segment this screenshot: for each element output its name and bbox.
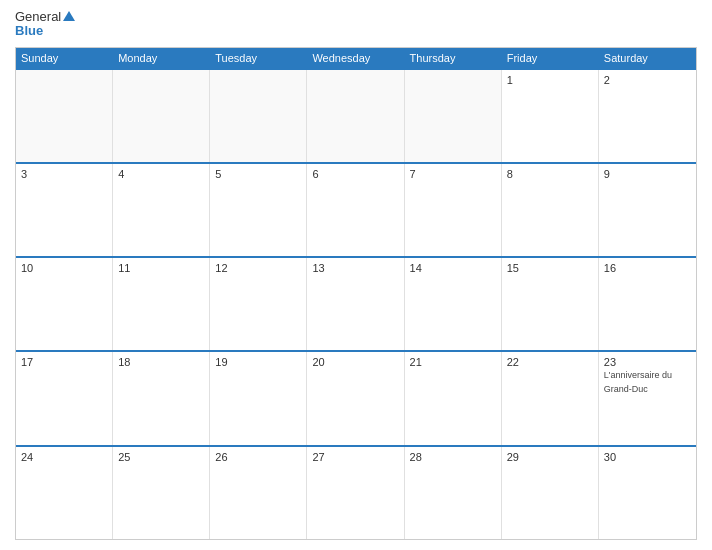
calendar-cell: 21 — [405, 352, 502, 444]
day-number: 20 — [312, 356, 398, 368]
calendar-cell: 12 — [210, 258, 307, 350]
page-header: General Blue — [15, 10, 697, 39]
calendar-cell: 23L'anniversaire du Grand-Duc — [599, 352, 696, 444]
day-number: 19 — [215, 356, 301, 368]
day-number: 29 — [507, 451, 593, 463]
calendar-cell: 16 — [599, 258, 696, 350]
day-number: 12 — [215, 262, 301, 274]
day-header-thursday: Thursday — [405, 48, 502, 68]
day-number: 11 — [118, 262, 204, 274]
day-number: 6 — [312, 168, 398, 180]
day-number: 1 — [507, 74, 593, 86]
calendar-week-2: 3456789 — [16, 162, 696, 256]
day-number: 30 — [604, 451, 691, 463]
day-number: 9 — [604, 168, 691, 180]
calendar-body: 1234567891011121314151617181920212223L'a… — [16, 68, 696, 539]
calendar-cell — [405, 70, 502, 162]
day-number: 18 — [118, 356, 204, 368]
calendar-cell: 30 — [599, 447, 696, 539]
calendar-cell: 9 — [599, 164, 696, 256]
calendar-cell — [16, 70, 113, 162]
day-number: 3 — [21, 168, 107, 180]
calendar-cell: 18 — [113, 352, 210, 444]
calendar-header-row: SundayMondayTuesdayWednesdayThursdayFrid… — [16, 48, 696, 68]
day-number: 10 — [21, 262, 107, 274]
day-number: 14 — [410, 262, 496, 274]
calendar-page: General Blue SundayMondayTuesdayWednesda… — [0, 0, 712, 550]
calendar-grid: SundayMondayTuesdayWednesdayThursdayFrid… — [15, 47, 697, 540]
day-header-tuesday: Tuesday — [210, 48, 307, 68]
day-number: 16 — [604, 262, 691, 274]
calendar-cell: 22 — [502, 352, 599, 444]
day-number: 21 — [410, 356, 496, 368]
calendar-week-3: 10111213141516 — [16, 256, 696, 350]
calendar-cell: 6 — [307, 164, 404, 256]
day-number: 26 — [215, 451, 301, 463]
calendar-cell: 15 — [502, 258, 599, 350]
calendar-cell — [210, 70, 307, 162]
calendar-cell: 26 — [210, 447, 307, 539]
logo-general-text: General — [15, 10, 75, 24]
calendar-cell: 20 — [307, 352, 404, 444]
day-number: 5 — [215, 168, 301, 180]
day-number: 28 — [410, 451, 496, 463]
day-number: 7 — [410, 168, 496, 180]
calendar-week-1: 12 — [16, 68, 696, 162]
calendar-cell: 13 — [307, 258, 404, 350]
day-number: 13 — [312, 262, 398, 274]
day-number: 23 — [604, 356, 691, 368]
calendar-cell: 2 — [599, 70, 696, 162]
logo-triangle-icon — [63, 11, 75, 21]
day-number: 24 — [21, 451, 107, 463]
calendar-cell: 14 — [405, 258, 502, 350]
calendar-cell: 25 — [113, 447, 210, 539]
day-number: 25 — [118, 451, 204, 463]
calendar-cell: 29 — [502, 447, 599, 539]
calendar-cell: 28 — [405, 447, 502, 539]
day-header-friday: Friday — [502, 48, 599, 68]
day-number: 8 — [507, 168, 593, 180]
calendar-week-5: 24252627282930 — [16, 445, 696, 539]
event-label: L'anniversaire du Grand-Duc — [604, 370, 672, 394]
day-header-wednesday: Wednesday — [307, 48, 404, 68]
day-number: 27 — [312, 451, 398, 463]
day-number: 15 — [507, 262, 593, 274]
calendar-cell — [113, 70, 210, 162]
day-header-monday: Monday — [113, 48, 210, 68]
calendar-cell: 27 — [307, 447, 404, 539]
day-header-sunday: Sunday — [16, 48, 113, 68]
calendar-cell — [307, 70, 404, 162]
day-header-saturday: Saturday — [599, 48, 696, 68]
calendar-cell: 10 — [16, 258, 113, 350]
calendar-cell: 1 — [502, 70, 599, 162]
logo-blue-text: Blue — [15, 24, 75, 38]
day-number: 2 — [604, 74, 691, 86]
day-number: 17 — [21, 356, 107, 368]
calendar-cell: 24 — [16, 447, 113, 539]
calendar-cell: 5 — [210, 164, 307, 256]
day-number: 4 — [118, 168, 204, 180]
day-number: 22 — [507, 356, 593, 368]
logo: General Blue — [15, 10, 75, 39]
calendar-week-4: 17181920212223L'anniversaire du Grand-Du… — [16, 350, 696, 444]
calendar-cell: 4 — [113, 164, 210, 256]
calendar-cell: 3 — [16, 164, 113, 256]
calendar-cell: 7 — [405, 164, 502, 256]
calendar-cell: 11 — [113, 258, 210, 350]
calendar-cell: 8 — [502, 164, 599, 256]
calendar-cell: 17 — [16, 352, 113, 444]
calendar-cell: 19 — [210, 352, 307, 444]
